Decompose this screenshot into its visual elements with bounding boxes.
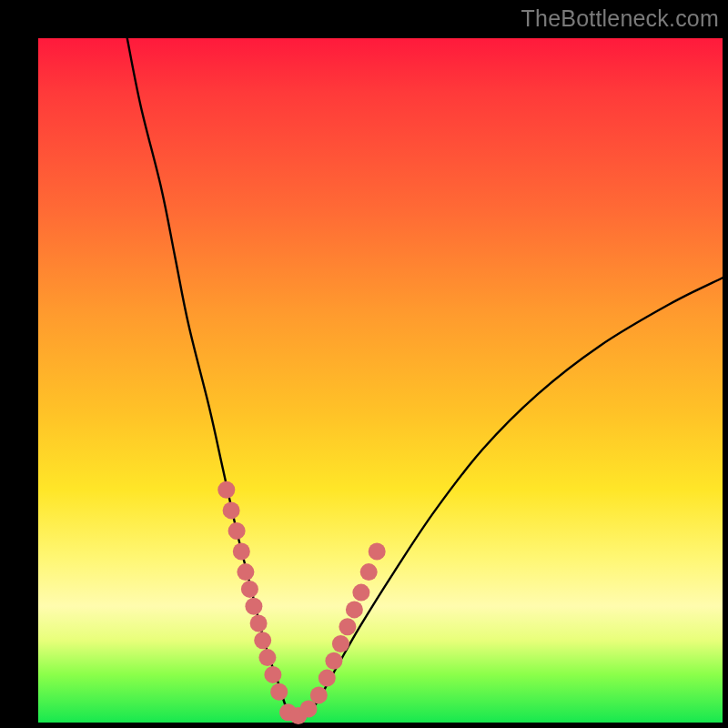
marker-dot — [245, 598, 262, 615]
marker-dot — [325, 652, 342, 670]
marker-dot — [300, 701, 318, 718]
marker-dot — [310, 686, 328, 703]
marker-dot — [360, 563, 378, 581]
plot-area — [38, 38, 723, 723]
watermark-text: TheBottleneck.com — [521, 5, 719, 32]
marker-dot — [318, 670, 336, 687]
marker-dot — [223, 501, 240, 519]
marker-dots — [217, 481, 385, 724]
marker-dot — [369, 543, 386, 561]
marker-dot — [352, 584, 369, 602]
marker-dot — [254, 632, 271, 649]
marker-dot — [258, 649, 276, 666]
marker-dot — [264, 666, 281, 683]
marker-dot — [228, 522, 246, 540]
marker-dot — [339, 618, 356, 635]
marker-dot — [233, 543, 250, 561]
bottleneck-curve — [127, 38, 723, 718]
marker-dot — [241, 581, 258, 598]
marker-dot — [270, 683, 288, 701]
marker-dot — [217, 481, 235, 499]
curve-layer — [38, 38, 723, 723]
marker-dot — [346, 601, 363, 618]
chart-frame: TheBottleneck.com — [0, 0, 728, 728]
marker-dot — [250, 615, 268, 632]
marker-dot — [332, 635, 349, 652]
marker-dot — [237, 563, 254, 581]
